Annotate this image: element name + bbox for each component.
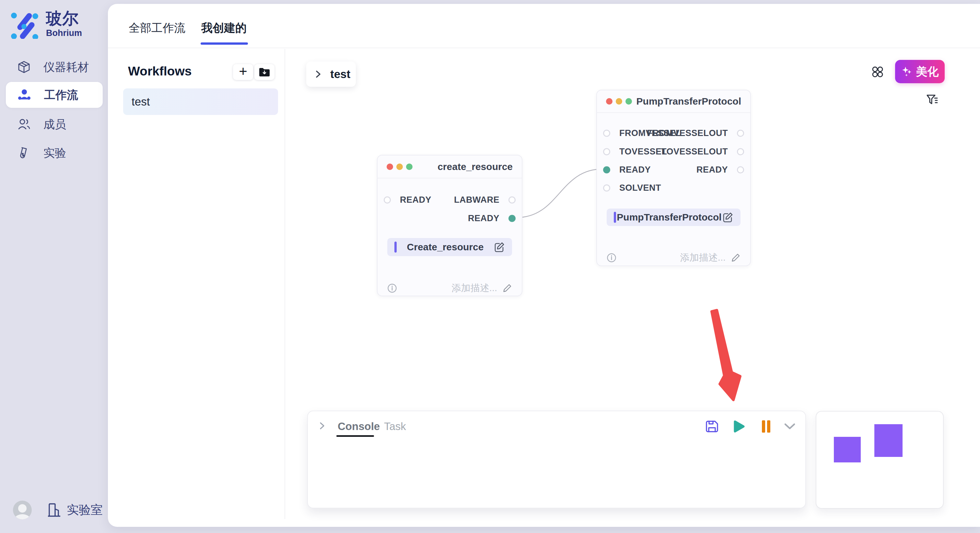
port-label: READY <box>400 195 431 205</box>
port-output-fromvesselout[interactable]: FROMVESSELOUT <box>647 128 744 138</box>
port-output-ready[interactable]: READY <box>697 165 744 175</box>
sidebar-item-label: 工作流 <box>44 87 78 103</box>
import-folder-button[interactable] <box>255 64 275 80</box>
port-handle[interactable] <box>737 166 744 173</box>
tab-my-created[interactable]: 我创建的 <box>201 21 247 36</box>
breadcrumb-label: test <box>330 68 350 81</box>
port-output-ready[interactable]: READY <box>468 213 515 224</box>
grid-icon[interactable] <box>872 66 884 78</box>
members-icon <box>18 118 30 131</box>
sidebar-footer: 实验室 <box>13 501 103 519</box>
top-tabbar: 全部工作流 我创建的 <box>108 4 980 48</box>
logo-title: 玻尔 <box>46 10 82 27</box>
console-panel: Console Task <box>307 411 806 508</box>
main-content: 全部工作流 我创建的 Workflows + test test <box>108 4 980 527</box>
info-icon[interactable] <box>607 253 616 263</box>
port-handle[interactable] <box>603 184 610 191</box>
logo-subtitle: Bohrium <box>46 28 82 38</box>
port-output-tovesselout[interactable]: TOVESSELOUT <box>661 147 744 157</box>
pencil-icon[interactable] <box>502 283 512 293</box>
workflow-icon <box>18 89 31 102</box>
minimap[interactable] <box>816 411 944 509</box>
traffic-dot-yellow <box>616 98 622 105</box>
chevron-right-icon <box>315 69 322 79</box>
workspace-switcher[interactable]: 实验室 <box>47 502 103 518</box>
port-output-labware[interactable]: LABWARE <box>454 195 515 205</box>
description-placeholder[interactable]: 添加描述... <box>680 251 725 264</box>
port-input-solvent[interactable]: SOLVENT <box>603 183 661 193</box>
add-workflow-button[interactable]: + <box>233 64 253 80</box>
sidebar: 玻尔 Bohrium 仪器耗材 工作流 <box>0 0 108 533</box>
port-label: FROMVESSELOUT <box>647 128 728 138</box>
pencil-icon[interactable] <box>731 253 740 263</box>
info-icon[interactable] <box>387 283 397 293</box>
save-icon[interactable] <box>705 419 719 434</box>
console-expand-chevron-icon[interactable] <box>318 421 326 431</box>
node-footer: 添加描述... <box>387 282 512 295</box>
port-input-tovessel[interactable]: TOVESSEL <box>603 147 667 157</box>
package-icon <box>18 60 30 73</box>
port-input-ready[interactable]: READY <box>603 165 651 175</box>
traffic-dot-green <box>406 163 412 170</box>
traffic-dot-red <box>606 98 612 105</box>
beautify-button[interactable]: 美化 <box>895 60 945 83</box>
label-accent-bar <box>395 241 397 252</box>
port-handle[interactable] <box>737 148 744 155</box>
node-header: PumpTransferProtocol <box>597 90 750 113</box>
workflow-list-item-test[interactable]: test <box>123 89 278 115</box>
port-handle[interactable] <box>603 130 610 136</box>
workspace-label: 实验室 <box>67 502 103 518</box>
tab-all-workflows[interactable]: 全部工作流 <box>129 21 185 36</box>
sidebar-item-instruments[interactable]: 仪器耗材 <box>6 54 103 80</box>
node-title: create_resource <box>438 161 513 172</box>
port-label: LABWARE <box>454 195 500 205</box>
port-handle-connected[interactable] <box>603 166 610 173</box>
play-icon[interactable] <box>731 419 746 434</box>
folder-download-icon <box>259 67 270 77</box>
red-annotation-arrow <box>704 305 749 405</box>
sidebar-item-experiment[interactable]: 实验 <box>6 140 103 165</box>
chevron-down-icon[interactable] <box>782 419 797 434</box>
traffic-dot-red <box>387 163 393 170</box>
tab-task[interactable]: Task <box>384 420 406 433</box>
port-label: SOLVENT <box>619 183 661 193</box>
filter-icon[interactable] <box>926 94 939 106</box>
bohrium-logo-icon <box>10 10 39 39</box>
node-create-resource[interactable]: create_resource READY LABWARE READY Crea… <box>377 155 522 296</box>
node-label-box[interactable]: Create_resource <box>387 238 512 256</box>
port-input-ready[interactable]: READY <box>384 195 431 205</box>
port-handle[interactable] <box>509 196 515 203</box>
node-footer: 添加描述... <box>607 251 740 264</box>
active-tab-underline <box>200 43 248 45</box>
tab-console[interactable]: Console <box>338 420 380 433</box>
port-handle-connected[interactable] <box>509 215 515 222</box>
minimap-node-create-resource <box>834 437 861 462</box>
workflows-panel-title: Workflows <box>128 64 191 78</box>
console-tab-underline <box>336 435 374 437</box>
app-logo[interactable]: 玻尔 Bohrium <box>10 10 82 39</box>
edit-icon[interactable] <box>494 241 505 252</box>
port-label: READY <box>468 213 500 224</box>
user-avatar[interactable] <box>13 501 32 519</box>
pause-icon[interactable] <box>759 419 773 434</box>
building-icon <box>47 503 61 517</box>
port-handle[interactable] <box>603 148 610 155</box>
node-label: Create_resource <box>397 241 494 252</box>
node-label-box[interactable]: PumpTransferProtocol <box>607 209 740 226</box>
port-handle[interactable] <box>737 130 744 136</box>
logo-text: 玻尔 Bohrium <box>46 10 82 38</box>
breadcrumb[interactable]: test <box>306 62 356 87</box>
port-label: READY <box>697 165 728 175</box>
panel-divider <box>285 49 285 519</box>
port-label: TOVESSELOUT <box>661 147 728 157</box>
description-placeholder[interactable]: 添加描述... <box>452 282 497 295</box>
sidebar-item-workflow[interactable]: 工作流 <box>6 82 103 108</box>
edit-icon[interactable] <box>722 212 733 223</box>
sidebar-item-members[interactable]: 成员 <box>6 112 103 137</box>
port-handle[interactable] <box>384 196 391 203</box>
experiment-icon <box>18 146 30 159</box>
sparkles-icon <box>901 66 912 77</box>
node-pump-transfer-protocol[interactable]: PumpTransferProtocol FROMVESSEL FROMVESS… <box>596 90 751 266</box>
sidebar-item-label: 仪器耗材 <box>43 60 89 75</box>
node-label: PumpTransferProtocol <box>616 212 722 223</box>
